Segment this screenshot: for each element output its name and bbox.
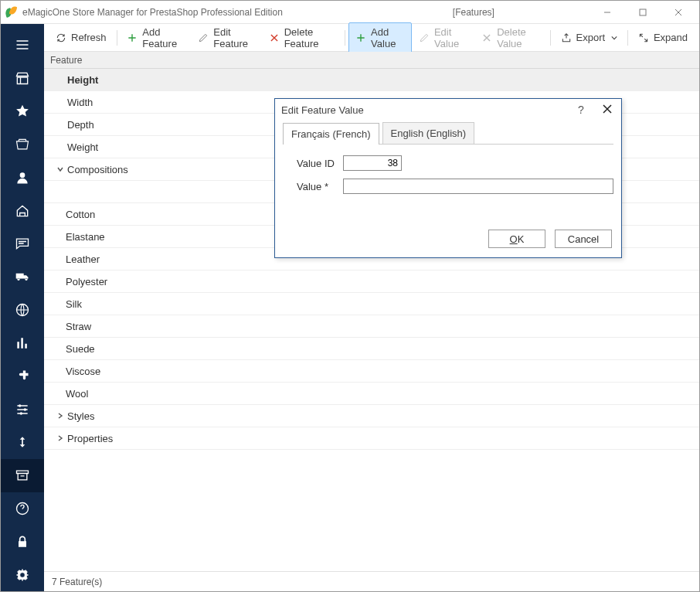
app-logo-icon [5, 6, 18, 19]
sidebar-item-reports[interactable] [1, 326, 44, 359]
sidebar-item-messages[interactable] [1, 227, 44, 260]
dialog-help-button[interactable]: ? [573, 104, 589, 116]
sidebar-item-star[interactable] [1, 95, 44, 128]
window-title: eMagicOne Store Manager for PrestaShop P… [22, 7, 283, 18]
delete-feature-label: Delete Feature [284, 26, 335, 49]
refresh-icon [56, 32, 66, 43]
value-row: Value * [297, 179, 613, 194]
column-header-label: Feature [50, 55, 82, 66]
sidebar-item-home-cart[interactable] [1, 194, 44, 227]
sidebar-item-archive[interactable] [1, 459, 44, 492]
x-icon [481, 32, 492, 43]
expand-toggle-icon[interactable] [55, 412, 66, 420]
row-indent: Depth [44, 119, 94, 131]
expand-button[interactable]: Expand [631, 28, 695, 47]
refresh-label: Refresh [71, 32, 107, 43]
column-header-feature[interactable]: Feature [44, 52, 699, 69]
ok-accel: O [510, 233, 518, 245]
sidebar-item-menu[interactable] [1, 29, 44, 62]
export-button[interactable]: Export [554, 28, 625, 47]
expand-label: Expand [654, 32, 688, 43]
delete-value-button: Delete Value [474, 22, 547, 53]
table-row[interactable]: Wool [44, 383, 699, 405]
toolbar-separator [117, 30, 117, 46]
toolbar-separator [345, 30, 345, 46]
tab-french[interactable]: Français (French) [283, 123, 379, 145]
value-label: Value * [297, 181, 337, 192]
ok-rest: K [518, 233, 525, 245]
row-label: Wool [44, 388, 88, 400]
row-label: Viscose [44, 366, 100, 377]
row-label: Polyester [44, 276, 107, 287]
app-window: eMagicOne Store Manager for PrestaShop P… [0, 0, 700, 592]
row-indent: Styles [44, 410, 94, 422]
row-label: Suede [44, 343, 95, 355]
plus-icon [127, 32, 138, 43]
row-label: Silk [44, 298, 82, 310]
row-label: Width [67, 97, 93, 108]
add-feature-button[interactable]: Add Feature [120, 22, 191, 53]
toolbar: Refresh Add Feature Edit Feature Delete … [44, 24, 699, 52]
sidebar-item-settings[interactable] [1, 558, 44, 591]
refresh-button[interactable]: Refresh [49, 28, 114, 47]
sidebar-item-plugin[interactable] [1, 359, 44, 393]
table-row[interactable]: Straw [44, 315, 699, 338]
table-row[interactable]: Styles [44, 405, 699, 427]
row-label: Compositions [67, 164, 128, 175]
edit-feature-label: Edit Feature [213, 26, 254, 49]
sidebar-item-customers[interactable] [1, 161, 44, 194]
table-row[interactable]: Suede [44, 338, 699, 360]
edit-feature-value-dialog: Edit Feature Value ? Français (French) E… [274, 98, 622, 258]
table-row[interactable]: Height [44, 69, 699, 91]
titlebar: eMagicOne Store Manager for PrestaShop P… [1, 1, 699, 24]
maximize-button[interactable] [625, 1, 661, 24]
edit-feature-button[interactable]: Edit Feature [191, 22, 261, 53]
svg-point-2 [19, 404, 21, 407]
table-row[interactable]: Properties [44, 427, 699, 450]
value-id-field[interactable] [343, 155, 402, 171]
dialog-title: Edit Feature Value [281, 104, 364, 116]
edit-value-label: Edit Value [434, 26, 467, 49]
ok-button[interactable]: OK [488, 230, 545, 248]
sidebar-item-globe[interactable] [1, 294, 44, 327]
tab-english[interactable]: English (English) [382, 122, 475, 144]
sidebar-item-lock[interactable] [1, 525, 44, 558]
add-value-button[interactable]: Add Value [348, 22, 412, 53]
svg-point-4 [20, 412, 22, 414]
dialog-tabs: Français (French) English (English) [283, 122, 613, 144]
minimize-button[interactable] [590, 1, 625, 24]
dialog-body: Français (French) English (English) Valu… [275, 121, 621, 257]
sidebar-item-sliders[interactable] [1, 393, 44, 426]
close-button[interactable] [661, 1, 696, 24]
row-label: Elastane [44, 231, 105, 243]
sidebar-item-orders[interactable] [1, 128, 44, 161]
expand-toggle-icon[interactable] [55, 434, 66, 442]
row-indent: Compositions [44, 164, 128, 175]
toolbar-separator [627, 30, 628, 46]
toolbar-separator [550, 30, 551, 46]
status-text: 7 Feature(s) [52, 577, 102, 587]
edit-value-button: Edit Value [412, 22, 474, 53]
dialog-close-button[interactable] [600, 104, 615, 116]
dialog-titlebar[interactable]: Edit Feature Value ? [275, 99, 621, 121]
statusbar: 7 Feature(s) [44, 571, 699, 591]
value-id-label: Value ID [297, 158, 337, 169]
delete-feature-button[interactable]: Delete Feature [262, 22, 342, 53]
sidebar-item-sync[interactable] [1, 426, 44, 459]
value-field[interactable] [343, 179, 613, 194]
sidebar-item-shipping[interactable] [1, 260, 44, 294]
expand-toggle-icon[interactable] [55, 165, 66, 173]
chevron-down-icon [611, 32, 617, 43]
expand-icon [638, 32, 649, 43]
cancel-button[interactable]: Cancel [555, 230, 612, 248]
row-indent: Width [44, 97, 93, 108]
table-row[interactable]: Silk [44, 293, 699, 315]
row-label: Depth [67, 119, 94, 131]
sidebar-item-help[interactable] [1, 492, 44, 526]
sidebar-item-store[interactable] [1, 62, 44, 95]
pencil-icon [198, 32, 209, 43]
table-row[interactable]: Viscose [44, 360, 699, 383]
table-row[interactable]: Polyester [44, 270, 699, 293]
row-label: Properties [67, 433, 113, 444]
value-id-row: Value ID [297, 155, 613, 171]
